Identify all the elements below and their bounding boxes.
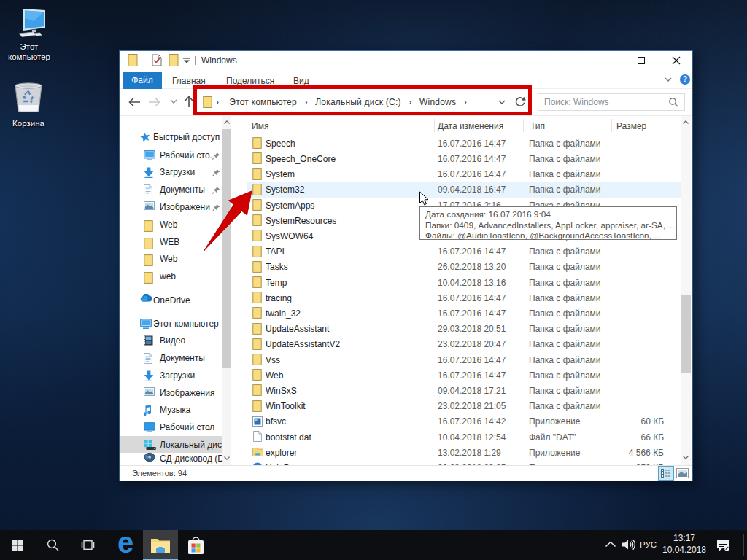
svg-text:e: e: [117, 532, 133, 557]
